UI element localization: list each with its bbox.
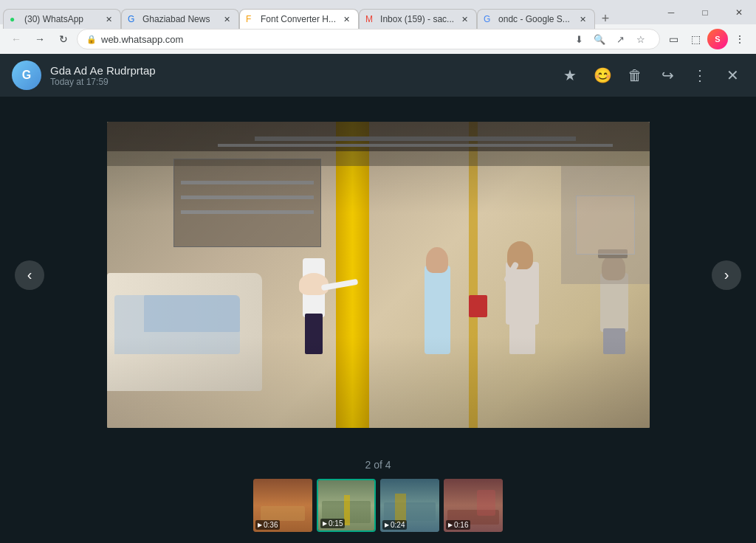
forward-button[interactable]: ↪	[656, 63, 679, 87]
window-controls: ─ □ ✕	[654, 0, 756, 24]
bookmark-icon[interactable]: ☆	[631, 30, 650, 49]
whatsapp-favicon-icon: ●	[10, 14, 20, 24]
thumbnail-strip: ▶ 0:36 ▶ 0:15	[0, 477, 756, 543]
browser-frame: ● (30) WhatsApp ✕ G Ghaziabad News ✕ F F…	[0, 0, 756, 543]
tab-fontconverter-close[interactable]: ✕	[340, 13, 352, 25]
extensions-button[interactable]: ⬚	[685, 29, 706, 49]
ghaziabad-favicon-icon: G	[128, 14, 138, 24]
tab-whatsapp[interactable]: ● (30) WhatsApp ✕	[3, 9, 121, 29]
fontconverter-favicon-icon: F	[246, 14, 256, 24]
address-actions: ⬇ 🔍 ↗ ☆	[569, 30, 650, 49]
tab-ondc-close[interactable]: ✕	[577, 13, 588, 25]
star-button[interactable]: ★	[558, 63, 582, 87]
main-media-image	[107, 122, 650, 428]
tab-whatsapp-title: (30) WhatsApp	[24, 14, 98, 24]
tab-gmail-title: Inbox (159) - sac...	[380, 14, 454, 24]
thumbnail-1-duration: ▶ 0:36	[255, 520, 280, 530]
address-bar[interactable]: 🔒 web.whatsapp.com ⬇ 🔍 ↗ ☆	[77, 29, 660, 49]
tab-gmail-close[interactable]: ✕	[458, 13, 470, 25]
more-menu-button[interactable]: ⋮	[729, 29, 750, 49]
tab-gmail[interactable]: M Inbox (159) - sac... ✕	[359, 9, 477, 29]
delete-button[interactable]: 🗑	[623, 63, 647, 87]
gmail-favicon-icon: M	[365, 14, 376, 24]
tab-fontconverter[interactable]: F Font Converter H... ✕	[239, 9, 359, 29]
tab-whatsapp-close[interactable]: ✕	[103, 13, 114, 25]
viewer-avatar: G	[12, 60, 41, 90]
tab-ondc[interactable]: G ondc - Google S... ✕	[477, 9, 595, 29]
address-text: web.whatsapp.com	[101, 34, 565, 45]
play-icon-3: ▶	[385, 522, 389, 528]
minimize-button[interactable]: ─	[654, 0, 688, 24]
media-viewer: G Gda Ad Ae Rudrprtap Today at 17:59 ★ 😊…	[0, 54, 756, 543]
title-bar: ● (30) WhatsApp ✕ G Ghaziabad News ✕ F F…	[0, 0, 756, 24]
next-media-button[interactable]: ›	[712, 260, 741, 290]
forward-button[interactable]: →	[30, 29, 50, 49]
tab-ghaziabad[interactable]: G Ghaziabad News ✕	[121, 9, 239, 29]
tabs-bar: ● (30) WhatsApp ✕ G Ghaziabad News ✕ F F…	[0, 4, 756, 29]
close-button[interactable]: ✕	[722, 0, 756, 24]
cast-button[interactable]: ▭	[663, 29, 684, 49]
viewer-avatar-initials: G	[22, 69, 31, 82]
thumbnail-3-duration: ▶ 0:24	[382, 520, 407, 530]
prev-media-button[interactable]: ‹	[15, 260, 44, 290]
thumbnail-2[interactable]: ▶ 0:15	[317, 479, 376, 532]
play-icon-2: ▶	[323, 520, 327, 527]
play-icon-4: ▶	[448, 522, 453, 528]
zoom-icon[interactable]: 🔍	[590, 30, 609, 49]
media-main: ‹	[0, 97, 756, 453]
tab-ghaziabad-title: Ghaziabad News	[142, 14, 216, 24]
viewer-header-actions: ★ 😊 🗑 ↪ ⋮ ✕	[558, 63, 744, 87]
tab-fontconverter-title: Font Converter H...	[261, 14, 336, 24]
thumbnail-4-duration: ▶ 0:16	[446, 520, 470, 530]
new-tab-button[interactable]: +	[595, 9, 616, 29]
media-counter: 2 of 4	[0, 453, 756, 477]
download-icon[interactable]: ⬇	[569, 30, 588, 49]
thumbnail-4[interactable]: ▶ 0:16	[444, 479, 503, 532]
media-viewer-header: G Gda Ad Ae Rudrprtap Today at 17:59 ★ 😊…	[0, 54, 756, 97]
media-viewer-time: Today at 17:59	[50, 77, 549, 87]
more-options-button[interactable]: ⋮	[688, 63, 712, 87]
thumbnail-2-duration: ▶ 0:15	[320, 519, 345, 528]
back-button[interactable]: ←	[6, 29, 27, 49]
maximize-button[interactable]: □	[688, 0, 722, 24]
tab-ghaziabad-close[interactable]: ✕	[221, 13, 233, 25]
ondc-favicon-icon: G	[484, 14, 494, 24]
profile-button[interactable]: S	[707, 29, 728, 49]
address-bar-row: ← → ↻ 🔒 web.whatsapp.com ⬇ 🔍 ↗ ☆ ▭ ⬚ S ⋮	[0, 24, 756, 54]
emoji-react-button[interactable]: 😊	[591, 63, 614, 87]
play-icon: ▶	[258, 522, 262, 528]
share-icon[interactable]: ↗	[611, 30, 630, 49]
tab-ondc-title: ondc - Google S...	[498, 14, 572, 24]
thumbnail-3[interactable]: ▶ 0:24	[380, 479, 439, 532]
close-viewer-button[interactable]: ✕	[721, 63, 744, 87]
lock-icon: 🔒	[86, 35, 97, 44]
toolbar-right: ▭ ⬚ S ⋮	[663, 29, 750, 49]
media-viewer-contact: Gda Ad Ae Rudrprtap Today at 17:59	[50, 64, 549, 87]
media-viewer-name: Gda Ad Ae Rudrprtap	[50, 64, 549, 77]
reload-button[interactable]: ↻	[53, 29, 74, 49]
page-content: G Gda Ad Ae Rudrprtap Today at 17:59 G G…	[0, 54, 756, 543]
thumbnail-1[interactable]: ▶ 0:36	[253, 479, 312, 532]
